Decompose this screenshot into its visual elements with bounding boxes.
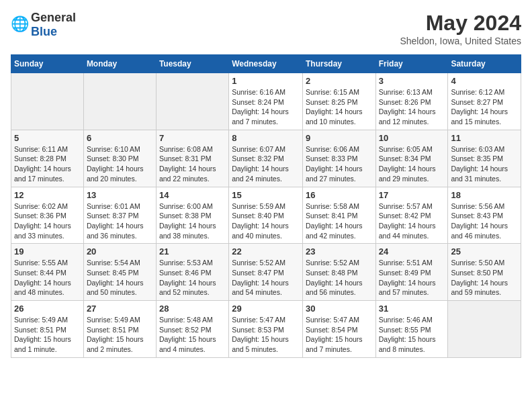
calendar-cell: 1Sunrise: 6:16 AM Sunset: 8:24 PM Daylig…	[229, 73, 303, 130]
calendar-cell: 4Sunrise: 6:12 AM Sunset: 8:27 PM Daylig…	[448, 73, 521, 130]
day-info: Sunrise: 6:00 AM Sunset: 8:38 PM Dayligh…	[159, 201, 226, 241]
day-number: 9	[306, 133, 373, 143]
calendar-cell: 2Sunrise: 6:15 AM Sunset: 8:25 PM Daylig…	[302, 73, 375, 130]
day-info: Sunrise: 5:47 AM Sunset: 8:54 PM Dayligh…	[306, 315, 373, 355]
day-info: Sunrise: 6:06 AM Sunset: 8:33 PM Dayligh…	[306, 144, 373, 184]
day-number: 8	[232, 133, 300, 143]
calendar-cell: 9Sunrise: 6:06 AM Sunset: 8:33 PM Daylig…	[302, 130, 375, 187]
day-number: 19	[14, 246, 81, 257]
calendar-cell: 8Sunrise: 6:07 AM Sunset: 8:32 PM Daylig…	[229, 130, 303, 187]
day-number: 16	[306, 190, 373, 200]
day-info: Sunrise: 6:01 AM Sunset: 8:37 PM Dayligh…	[87, 201, 153, 241]
calendar-cell: 22Sunrise: 5:52 AM Sunset: 8:47 PM Dayli…	[229, 244, 303, 301]
day-number: 5	[14, 133, 81, 143]
day-info: Sunrise: 6:03 AM Sunset: 8:35 PM Dayligh…	[451, 144, 518, 184]
day-info: Sunrise: 6:12 AM Sunset: 8:27 PM Dayligh…	[451, 87, 518, 127]
calendar-table: SundayMondayTuesdayWednesdayThursdayFrid…	[11, 54, 521, 358]
calendar-cell: 30Sunrise: 5:47 AM Sunset: 8:54 PM Dayli…	[302, 301, 375, 358]
day-number: 13	[87, 190, 153, 200]
day-info: Sunrise: 5:58 AM Sunset: 8:41 PM Dayligh…	[306, 201, 373, 241]
day-info: Sunrise: 5:52 AM Sunset: 8:47 PM Dayligh…	[232, 258, 300, 298]
calendar-cell: 16Sunrise: 5:58 AM Sunset: 8:41 PM Dayli…	[302, 187, 375, 244]
calendar-cell: 10Sunrise: 6:05 AM Sunset: 8:34 PM Dayli…	[375, 130, 448, 187]
calendar-cell: 7Sunrise: 6:08 AM Sunset: 8:31 PM Daylig…	[156, 130, 228, 187]
calendar-cell: 27Sunrise: 5:49 AM Sunset: 8:51 PM Dayli…	[83, 301, 156, 358]
calendar-cell	[448, 301, 521, 358]
calendar-cell: 14Sunrise: 6:00 AM Sunset: 8:38 PM Dayli…	[156, 187, 228, 244]
location-subtitle: Sheldon, Iowa, United States	[400, 36, 521, 46]
calendar-cell: 11Sunrise: 6:03 AM Sunset: 8:35 PM Dayli…	[448, 130, 521, 187]
day-number: 27	[87, 304, 153, 314]
day-info: Sunrise: 5:50 AM Sunset: 8:50 PM Dayligh…	[451, 258, 518, 298]
day-number: 29	[232, 304, 300, 314]
calendar-cell: 3Sunrise: 6:13 AM Sunset: 8:26 PM Daylig…	[375, 73, 448, 130]
day-info: Sunrise: 5:46 AM Sunset: 8:55 PM Dayligh…	[379, 315, 445, 355]
calendar-cell: 23Sunrise: 5:52 AM Sunset: 8:48 PM Dayli…	[302, 244, 375, 301]
day-number: 21	[159, 246, 226, 257]
day-number: 25	[451, 246, 518, 257]
calendar-cell: 24Sunrise: 5:51 AM Sunset: 8:49 PM Dayli…	[375, 244, 448, 301]
logo: 🌐 General Blue	[11, 11, 76, 39]
day-number: 22	[232, 246, 300, 257]
day-info: Sunrise: 5:53 AM Sunset: 8:46 PM Dayligh…	[159, 258, 226, 298]
day-number: 23	[306, 246, 373, 257]
day-info: Sunrise: 6:11 AM Sunset: 8:28 PM Dayligh…	[14, 144, 81, 184]
calendar-cell: 31Sunrise: 5:46 AM Sunset: 8:55 PM Dayli…	[375, 301, 448, 358]
calendar-cell: 13Sunrise: 6:01 AM Sunset: 8:37 PM Dayli…	[83, 187, 156, 244]
calendar-cell: 25Sunrise: 5:50 AM Sunset: 8:50 PM Dayli…	[448, 244, 521, 301]
calendar-week-row: 19Sunrise: 5:55 AM Sunset: 8:44 PM Dayli…	[11, 244, 521, 301]
day-info: Sunrise: 6:16 AM Sunset: 8:24 PM Dayligh…	[232, 87, 300, 127]
day-info: Sunrise: 5:55 AM Sunset: 8:44 PM Dayligh…	[14, 258, 81, 298]
day-info: Sunrise: 5:49 AM Sunset: 8:51 PM Dayligh…	[87, 315, 153, 355]
day-info: Sunrise: 5:59 AM Sunset: 8:40 PM Dayligh…	[232, 201, 300, 241]
day-number: 14	[159, 190, 226, 200]
day-info: Sunrise: 6:02 AM Sunset: 8:36 PM Dayligh…	[14, 201, 81, 241]
day-number: 10	[379, 133, 445, 143]
day-number: 7	[159, 133, 226, 143]
day-number: 26	[14, 304, 81, 314]
day-number: 28	[159, 304, 226, 314]
logo-blue: Blue	[31, 25, 57, 38]
calendar-cell	[156, 73, 228, 130]
logo-general: General	[31, 11, 76, 24]
calendar-cell: 5Sunrise: 6:11 AM Sunset: 8:28 PM Daylig…	[11, 130, 84, 187]
calendar-cell: 17Sunrise: 5:57 AM Sunset: 8:42 PM Dayli…	[375, 187, 448, 244]
calendar-cell: 12Sunrise: 6:02 AM Sunset: 8:36 PM Dayli…	[11, 187, 84, 244]
day-info: Sunrise: 6:08 AM Sunset: 8:31 PM Dayligh…	[159, 144, 226, 184]
day-of-week-header: Wednesday	[229, 55, 303, 73]
calendar-cell: 26Sunrise: 5:49 AM Sunset: 8:51 PM Dayli…	[11, 301, 84, 358]
calendar-cell: 21Sunrise: 5:53 AM Sunset: 8:46 PM Dayli…	[156, 244, 228, 301]
calendar-week-row: 12Sunrise: 6:02 AM Sunset: 8:36 PM Dayli…	[11, 187, 521, 244]
day-of-week-header: Thursday	[302, 55, 375, 73]
month-year-title: May 2024	[400, 11, 521, 36]
day-number: 20	[87, 246, 153, 257]
calendar-cell	[11, 73, 84, 130]
title-block: May 2024 Sheldon, Iowa, United States	[400, 11, 521, 46]
day-number: 11	[451, 133, 518, 143]
day-info: Sunrise: 5:54 AM Sunset: 8:45 PM Dayligh…	[87, 258, 153, 298]
day-of-week-header: Saturday	[448, 55, 521, 73]
calendar-cell: 18Sunrise: 5:56 AM Sunset: 8:43 PM Dayli…	[448, 187, 521, 244]
calendar-cell: 29Sunrise: 5:47 AM Sunset: 8:53 PM Dayli…	[229, 301, 303, 358]
day-number: 3	[379, 76, 445, 86]
day-info: Sunrise: 5:56 AM Sunset: 8:43 PM Dayligh…	[451, 201, 518, 241]
day-info: Sunrise: 6:05 AM Sunset: 8:34 PM Dayligh…	[379, 144, 445, 184]
day-of-week-header: Friday	[375, 55, 448, 73]
calendar-cell: 28Sunrise: 5:48 AM Sunset: 8:52 PM Dayli…	[156, 301, 228, 358]
day-info: Sunrise: 6:13 AM Sunset: 8:26 PM Dayligh…	[379, 87, 445, 127]
day-number: 4	[451, 76, 518, 86]
calendar-cell: 19Sunrise: 5:55 AM Sunset: 8:44 PM Dayli…	[11, 244, 84, 301]
calendar-cell: 6Sunrise: 6:10 AM Sunset: 8:30 PM Daylig…	[83, 130, 156, 187]
day-of-week-header: Monday	[83, 55, 156, 73]
day-info: Sunrise: 6:15 AM Sunset: 8:25 PM Dayligh…	[306, 87, 373, 127]
calendar-cell: 15Sunrise: 5:59 AM Sunset: 8:40 PM Dayli…	[229, 187, 303, 244]
calendar-week-row: 5Sunrise: 6:11 AM Sunset: 8:28 PM Daylig…	[11, 130, 521, 187]
day-info: Sunrise: 5:57 AM Sunset: 8:42 PM Dayligh…	[379, 201, 445, 241]
calendar-cell	[83, 73, 156, 130]
day-number: 1	[232, 76, 300, 86]
calendar-header-row: SundayMondayTuesdayWednesdayThursdayFrid…	[11, 55, 521, 73]
calendar-cell: 20Sunrise: 5:54 AM Sunset: 8:45 PM Dayli…	[83, 244, 156, 301]
day-number: 30	[306, 304, 373, 314]
day-info: Sunrise: 6:07 AM Sunset: 8:32 PM Dayligh…	[232, 144, 300, 184]
day-info: Sunrise: 5:52 AM Sunset: 8:48 PM Dayligh…	[306, 258, 373, 298]
